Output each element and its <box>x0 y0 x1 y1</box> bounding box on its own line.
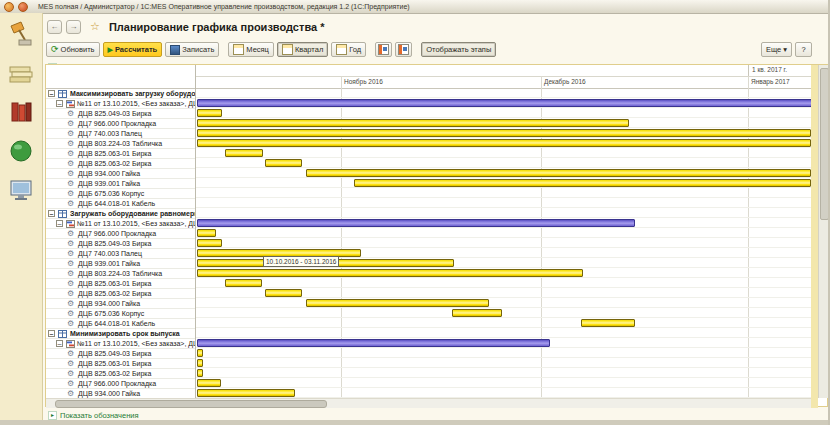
collapse-box-icon[interactable]: – <box>48 330 55 337</box>
tree-detail-row[interactable]: ⚙ДЦВ 934.000 Гайка <box>46 299 195 309</box>
save-icon <box>170 45 180 55</box>
operation-gantt-bar[interactable] <box>197 369 203 377</box>
tree-detail-row[interactable]: ⚙ДЦ7 966.000 Прокладка <box>46 229 195 239</box>
quarter-scale-button[interactable]: Квартал <box>277 42 328 57</box>
gear-icon: ⚙ <box>67 369 74 379</box>
tree-detail-row[interactable]: ⚙ДЦВ 825.049-03 Бирка <box>46 239 195 249</box>
month-gridline <box>341 76 342 88</box>
window-titlebar: MES полная / Администратор / 1С:MES Опер… <box>0 0 830 14</box>
operation-gantt-bar[interactable] <box>265 159 302 167</box>
gantt-chart-row <box>196 348 811 358</box>
tree-detail-row[interactable]: ⚙ДЦВ 934.000 Гайка <box>46 169 195 179</box>
operation-gantt-bar[interactable] <box>197 359 203 367</box>
month-scale-button[interactable]: Месяц <box>228 42 274 57</box>
help-button[interactable]: ? <box>795 42 812 57</box>
vertical-scrollbar[interactable] <box>818 65 828 398</box>
tree-detail-row[interactable]: ⚙ДЦВ 939.001 Гайка <box>46 259 195 269</box>
show-legend-link[interactable]: Показать обозначения <box>60 411 139 420</box>
tree-detail-row[interactable]: ⚙ДЦВ 825.063-01 Бирка <box>46 359 195 369</box>
operation-gantt-bar[interactable] <box>197 269 583 277</box>
tree-detail-row[interactable]: ⚙ДЦБ 675.036 Корпус <box>46 189 195 199</box>
tree-detail-row[interactable]: ⚙ДЦ7 966.000 Прокладка <box>46 379 195 389</box>
tree-detail-row[interactable]: ⚙ДЦБ 675.036 Корпус <box>46 309 195 319</box>
operation-gantt-bar[interactable] <box>197 139 811 147</box>
save-button[interactable]: Записать <box>165 42 219 57</box>
collapse-box-icon[interactable]: – <box>56 100 63 107</box>
horizontal-scrollbar[interactable] <box>46 398 811 408</box>
group-label: Минимизировать срок выпуска <box>70 329 180 339</box>
green-globe-icon[interactable] <box>7 137 35 165</box>
tree-group-row[interactable]: –Загружать оборудование равномерно <box>46 209 195 219</box>
window-close-icon[interactable] <box>18 2 28 12</box>
desk-lamp-icon[interactable] <box>7 20 35 48</box>
calculate-button[interactable]: ▶ Рассчитать <box>103 42 163 57</box>
operation-gantt-bar[interactable] <box>197 119 629 127</box>
operation-gantt-bar[interactable] <box>197 229 216 237</box>
operation-gantt-bar[interactable] <box>197 349 203 357</box>
gear-icon: ⚙ <box>67 309 74 319</box>
tree-detail-row[interactable]: ⚙ДЦВ 825.049-03 Бирка <box>46 109 195 119</box>
favorite-star-icon[interactable]: ☆ <box>90 20 100 33</box>
order-gantt-bar[interactable] <box>197 99 811 107</box>
order-gantt-bar[interactable] <box>197 339 550 347</box>
show-stages-toggle[interactable]: Отображать этапы <box>421 42 496 57</box>
tree-group-row[interactable]: –Минимизировать срок выпуска <box>46 329 195 339</box>
operation-gantt-bar[interactable] <box>197 389 295 397</box>
tree-detail-row[interactable]: ⚙ДЦВ 934.000 Гайка <box>46 389 195 398</box>
gear-icon: ⚙ <box>67 239 74 249</box>
window-system-menu-icon[interactable] <box>4 2 14 12</box>
operation-gantt-bar[interactable] <box>452 309 502 317</box>
tree-detail-row[interactable]: ⚙ДЦБ 644.018-01 Кабель <box>46 199 195 209</box>
operation-gantt-bar[interactable] <box>197 109 222 117</box>
tree-detail-row[interactable]: ⚙ДЦВ 803.224-03 Табличка <box>46 139 195 149</box>
tree-detail-row[interactable]: ⚙ДЦВ 825.063-02 Бирка <box>46 289 195 299</box>
tree-detail-row[interactable]: ⚙ДЦВ 939.001 Гайка <box>46 179 195 189</box>
gantt-chart-row <box>196 288 811 298</box>
collapse-box-icon[interactable]: – <box>56 220 63 227</box>
year-scale-button[interactable]: Год <box>331 42 366 57</box>
operation-gantt-bar[interactable] <box>225 279 262 287</box>
tree-detail-row[interactable]: ⚙ДЦВ 825.063-02 Бирка <box>46 369 195 379</box>
refresh-button[interactable]: ⟳ Обновить <box>46 42 100 57</box>
order-gantt-bar[interactable] <box>197 219 635 227</box>
decrease-scale-button[interactable] <box>395 42 412 57</box>
tree-order-row[interactable]: –№11 от 13.10.2015, <Без заказа>, ДЦБ 64… <box>46 99 195 109</box>
collapse-box-icon[interactable]: – <box>56 340 63 347</box>
tree-detail-row[interactable]: ⚙ДЦВ 825.063-01 Бирка <box>46 279 195 289</box>
forward-button[interactable]: → <box>66 20 81 34</box>
gear-icon: ⚙ <box>67 279 74 289</box>
monitor-icon[interactable] <box>7 176 35 204</box>
collapse-box-icon[interactable]: – <box>48 90 55 97</box>
more-button[interactable]: Еще ▾ <box>761 42 792 57</box>
tree-order-row[interactable]: –№11 от 13.10.2015, <Без заказа>, ДЦБ 64… <box>46 219 195 229</box>
detail-label: ДЦБ 675.036 Корпус <box>78 309 144 319</box>
operation-gantt-bar[interactable] <box>306 169 811 177</box>
tree-group-row[interactable]: –Максимизировать загрузку оборудования <box>46 89 195 99</box>
operation-gantt-bar[interactable] <box>581 319 635 327</box>
collapse-box-icon[interactable]: – <box>48 210 55 217</box>
horizontal-scrollbar-thumb[interactable] <box>55 400 327 408</box>
operation-gantt-bar[interactable] <box>306 299 489 307</box>
increase-scale-button[interactable] <box>375 42 392 57</box>
operation-gantt-bar[interactable] <box>197 129 811 137</box>
tree-detail-row[interactable]: ⚙ДЦ7 740.003 Палец <box>46 249 195 259</box>
red-books-icon[interactable] <box>7 98 35 126</box>
operation-gantt-bar[interactable] <box>354 179 811 187</box>
tree-detail-row[interactable]: ⚙ДЦ7 740.003 Палец <box>46 129 195 139</box>
tree-detail-row[interactable]: ⚙ДЦВ 825.063-02 Бирка <box>46 159 195 169</box>
operation-gantt-bar[interactable] <box>265 289 302 297</box>
operation-gantt-bar[interactable] <box>197 379 221 387</box>
gantt-chart-row <box>196 178 811 188</box>
tree-detail-row[interactable]: ⚙ДЦВ 825.049-03 Бирка <box>46 349 195 359</box>
tree-detail-row[interactable]: ⚙ДЦ7 966.000 Прокладка <box>46 119 195 129</box>
operation-gantt-bar[interactable] <box>225 149 263 157</box>
journal-stack-icon[interactable] <box>7 59 35 87</box>
back-button[interactable]: ← <box>47 20 62 34</box>
tree-order-row[interactable]: –№11 от 13.10.2015, <Без заказа>, ДЦБ 64… <box>46 339 195 349</box>
gear-icon: ⚙ <box>67 299 74 309</box>
detail-label: ДЦ7 740.003 Палец <box>78 249 142 259</box>
tree-detail-row[interactable]: ⚙ДЦБ 644.018-01 Кабель <box>46 319 195 329</box>
tree-detail-row[interactable]: ⚙ДЦВ 825.063-01 Бирка <box>46 149 195 159</box>
operation-gantt-bar[interactable] <box>197 239 222 247</box>
tree-detail-row[interactable]: ⚙ДЦВ 803.224-03 Табличка <box>46 269 195 279</box>
